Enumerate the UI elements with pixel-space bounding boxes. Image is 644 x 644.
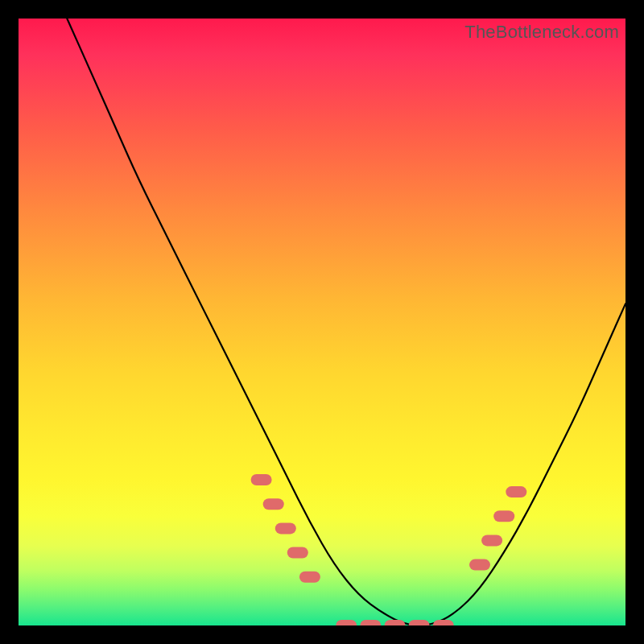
data-dot <box>263 498 284 510</box>
chart-frame: TheBottleneck.com <box>19 19 625 625</box>
data-dot <box>409 620 430 625</box>
data-dot <box>433 620 454 625</box>
data-dot <box>506 486 526 497</box>
data-dots <box>251 474 527 625</box>
chart-svg <box>19 19 625 625</box>
data-dot <box>275 522 296 534</box>
data-dot <box>385 620 406 625</box>
data-dot <box>336 620 357 625</box>
data-dot <box>360 620 381 625</box>
data-dot <box>287 547 308 559</box>
data-dot <box>481 535 502 546</box>
data-dot <box>299 572 320 583</box>
data-dot <box>251 474 272 485</box>
data-dot <box>469 559 490 571</box>
data-dot <box>493 510 514 522</box>
bottleneck-curve <box>67 19 625 625</box>
